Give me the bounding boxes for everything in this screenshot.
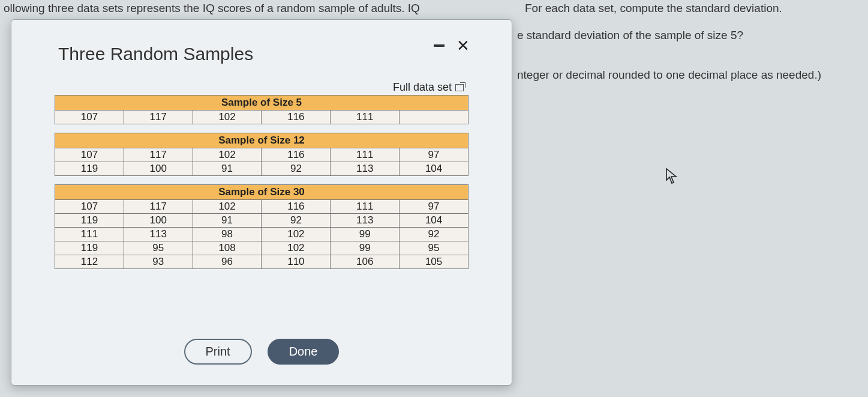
table-size-12: Sample of Size 12 107 117 102 116 111 97… [55,133,468,176]
cell: 100 [124,214,193,228]
cell: 96 [193,255,262,269]
table-5-caption: Sample of Size 5 [55,95,468,111]
cell: 113 [331,214,400,228]
cell: 119 [55,162,124,176]
cell: 102 [193,111,262,124]
minimize-icon[interactable] [434,44,444,47]
cell: 107 [55,111,124,124]
done-button[interactable]: Done [268,339,340,365]
dialog-header: Three Random Samples ✕ [11,20,512,69]
cell: 92 [262,162,331,176]
dialog-body: Full data set Sample of Size 5 107 117 1… [11,69,512,339]
table-row: 119 100 91 92 113 104 [55,214,468,228]
cell: 111 [331,111,400,124]
cell: 116 [262,111,331,124]
cell: 105 [400,255,468,269]
cell: 102 [193,148,262,162]
cell: 117 [124,200,193,214]
table-row: 119 95 108 102 99 95 [55,241,468,255]
dialog-title: Three Random Samples [58,44,253,64]
cell: 99 [331,241,400,255]
cell: 95 [400,241,468,255]
cell: 104 [400,214,468,228]
cell: 93 [124,255,193,269]
cell: 100 [124,162,193,176]
cursor-icon [666,168,679,189]
print-button[interactable]: Print [184,339,252,365]
cell: 111 [55,228,124,241]
cell: 107 [55,148,124,162]
cell: 99 [331,228,400,241]
cell: 119 [55,214,124,228]
cell: 91 [193,214,262,228]
background-instruction-line3: nteger or decimal rounded to one decimal… [517,68,821,82]
cell: 116 [262,148,331,162]
background-instruction-line1: For each data set, compute the standard … [525,2,782,15]
cell: 116 [262,200,331,214]
cell: 111 [331,200,400,214]
table-row: 107 117 102 116 111 [55,111,468,124]
table-size-5: Sample of Size 5 107 117 102 116 111 [55,95,468,124]
table-12-caption: Sample of Size 12 [55,133,468,148]
table-row: 111 113 98 102 99 92 [55,228,468,241]
table-size-30: Sample of Size 30 107 117 102 116 111 97… [55,184,468,269]
cell: 111 [331,148,400,162]
cell: 95 [124,241,193,255]
table-row: 107 117 102 116 111 97 [55,200,468,214]
cell: 97 [400,200,468,214]
cell: 97 [400,148,468,162]
cell: 108 [193,241,262,255]
cell: 113 [124,228,193,241]
cell: 119 [55,241,124,255]
full-data-set-link[interactable]: Full data set [55,81,468,94]
samples-dialog: Three Random Samples ✕ Full data set Sam… [11,19,512,386]
cell: 92 [262,214,331,228]
cell: 102 [262,241,331,255]
table-row: 119 100 91 92 113 104 [55,162,468,176]
cell: 117 [124,111,193,124]
cell: 102 [193,200,262,214]
cell: 92 [400,228,468,241]
cell [400,111,468,124]
cell: 110 [262,255,331,269]
table-row: 107 117 102 116 111 97 [55,148,468,162]
cell: 106 [331,255,400,269]
cell: 104 [400,162,468,176]
cell: 91 [193,162,262,176]
cell: 107 [55,200,124,214]
full-data-set-label: Full data set [393,81,452,94]
cell: 102 [262,228,331,241]
background-question-line1: ollowing three data sets represents the … [4,2,420,15]
cell: 98 [193,228,262,241]
background-instruction-line2: e standard deviation of the sample of si… [517,29,743,42]
popout-icon [455,84,464,91]
table-30-caption: Sample of Size 30 [55,185,468,200]
cell: 113 [331,162,400,176]
cell: 112 [55,255,124,269]
dialog-footer: Print Done [11,339,512,385]
table-row: 112 93 96 110 106 105 [55,255,468,269]
dialog-controls: ✕ [434,38,470,53]
close-icon[interactable]: ✕ [456,38,470,53]
cell: 117 [124,148,193,162]
